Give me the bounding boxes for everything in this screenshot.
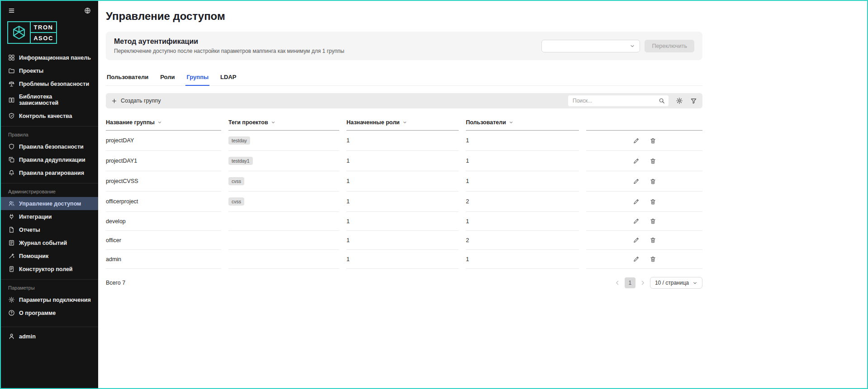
sidebar-item-response-rules[interactable]: Правила реагирования — [1, 166, 98, 179]
shield-icon — [8, 143, 15, 150]
cell-users-count: 1 — [466, 171, 579, 192]
sidebar-item-field-builder[interactable]: Конструктор полей — [1, 262, 98, 276]
person-icon — [8, 333, 15, 340]
table-row: officerproject cvss 1 2 — [106, 192, 702, 212]
globe-icon[interactable] — [84, 7, 91, 14]
sidebar-item-dashboard[interactable]: Информационная панель — [1, 51, 98, 64]
sidebar-item-access-management[interactable]: Управление доступом — [1, 197, 98, 210]
column-header-project-tags[interactable]: Теги проектов — [228, 117, 339, 131]
sidebar-item-label: Контроль качества — [19, 113, 72, 119]
cell-users-count: 1 — [466, 151, 579, 171]
auth-card-title: Метод аутентификации — [114, 37, 344, 46]
logo-wordmark: TRON ASOC — [31, 21, 57, 44]
switch-button[interactable]: Переключить — [645, 40, 694, 52]
edit-pencil-icon[interactable] — [633, 158, 640, 164]
table-footer: Всего 7 1 10 / страница — [106, 277, 702, 289]
cell-actions — [586, 171, 702, 192]
column-header-group-name[interactable]: Название группы — [106, 117, 221, 131]
table-row: projectDAY testday 1 1 — [106, 131, 702, 151]
column-header-assigned-roles[interactable]: Назначенные роли — [346, 117, 459, 131]
edit-pencil-icon[interactable] — [633, 256, 640, 262]
edit-pencil-icon[interactable] — [633, 198, 640, 205]
create-group-label: Создать группу — [121, 98, 161, 104]
settings-gear-icon[interactable] — [676, 97, 683, 104]
auth-card-subtitle: Переключение доступно после настройки па… — [114, 48, 344, 54]
sidebar-item-label: Параметры подключения — [19, 297, 91, 303]
delete-trash-icon[interactable] — [650, 256, 656, 262]
edit-pencil-icon[interactable] — [633, 178, 640, 185]
edit-pencil-icon[interactable] — [633, 237, 640, 244]
edit-pencil-icon[interactable] — [633, 137, 640, 144]
cell-group-name: projectDAY — [106, 131, 221, 151]
column-header-users[interactable]: Пользователи — [466, 117, 579, 131]
tab-roles[interactable]: Роли — [159, 70, 175, 85]
sort-chevron-icon[interactable] — [403, 120, 407, 125]
column-header-actions — [586, 117, 702, 131]
tabs: Пользователи Роли Группы LDAP — [106, 70, 702, 86]
list-icon — [8, 239, 15, 246]
prev-page-icon[interactable] — [615, 280, 620, 286]
edit-pencil-icon[interactable] — [633, 218, 640, 225]
sidebar: TRON ASOC Информационная панель Проекты … — [1, 1, 98, 388]
hamburger-menu-icon[interactable] — [8, 7, 15, 14]
cell-group-name: develop — [106, 212, 221, 231]
sidebar-item-security-rules[interactable]: Правила безопасности — [1, 140, 98, 153]
sidebar-item-label: Библиотека зависимостей — [19, 94, 91, 106]
cell-group-name: officer — [106, 231, 221, 250]
search-input[interactable] — [572, 97, 656, 104]
sidebar-item-event-log[interactable]: Журнал событий — [1, 236, 98, 249]
sidebar-item-label: О программе — [19, 310, 56, 316]
sidebar-item-assistant[interactable]: Помощник — [1, 249, 98, 262]
delete-trash-icon[interactable] — [650, 218, 656, 225]
cell-users-count: 1 — [466, 250, 579, 269]
next-page-icon[interactable] — [640, 280, 645, 286]
filter-icon[interactable] — [690, 98, 697, 104]
tab-groups[interactable]: Группы — [185, 70, 209, 86]
pagination: 1 10 / страница — [615, 277, 702, 289]
users-icon — [8, 200, 15, 207]
total-count: Всего 7 — [106, 280, 125, 286]
create-group-button[interactable]: Создать группу — [111, 98, 161, 104]
sort-chevron-icon[interactable] — [271, 120, 275, 125]
main-content: Управление доступом Метод аутентификации… — [98, 1, 867, 388]
delete-trash-icon[interactable] — [650, 158, 656, 164]
cell-project-tags: cvss — [228, 171, 339, 192]
scales-icon — [8, 80, 15, 87]
dashboard-icon — [8, 54, 15, 61]
delete-trash-icon[interactable] — [650, 178, 656, 185]
logo-line2: ASOC — [31, 33, 56, 43]
sidebar-item-security-issues[interactable]: Проблемы безопасности — [1, 77, 98, 90]
delete-trash-icon[interactable] — [650, 198, 656, 205]
sort-chevron-icon[interactable] — [157, 120, 162, 125]
sidebar-item-dedup-rules[interactable]: Правила дедупликации — [1, 153, 98, 166]
section-title: Правила — [1, 130, 98, 140]
sort-chevron-icon[interactable] — [509, 120, 513, 125]
sidebar-section-parameters: Параметры Параметры подключения О програ… — [1, 279, 98, 319]
sidebar-item-reports[interactable]: Отчеты — [1, 223, 98, 236]
sidebar-item-dependency-library[interactable]: Библиотека зависимостей — [1, 90, 98, 109]
sidebar-item-integrations[interactable]: Интеграции — [1, 210, 98, 223]
project-tag: cvss — [228, 197, 244, 206]
search-icon[interactable] — [659, 98, 665, 104]
cell-project-tags: testday — [228, 131, 339, 151]
sidebar-item-connection-params[interactable]: Параметры подключения — [1, 293, 98, 306]
sidebar-item-projects[interactable]: Проекты — [1, 64, 98, 77]
delete-trash-icon[interactable] — [650, 237, 656, 244]
tab-users[interactable]: Пользователи — [106, 70, 149, 85]
cell-roles-count: 1 — [346, 192, 459, 212]
project-tag: cvss — [228, 177, 244, 185]
sidebar-user[interactable]: admin — [1, 327, 98, 346]
tab-ldap[interactable]: LDAP — [219, 70, 237, 85]
delete-trash-icon[interactable] — [650, 137, 656, 144]
cell-roles-count: 1 — [346, 212, 459, 231]
table-header-row: Название группы Теги проектов Назначенны… — [106, 117, 702, 131]
shield-check-icon — [8, 112, 15, 119]
auth-card-text: Метод аутентификации Переключение доступ… — [114, 37, 344, 54]
sidebar-item-label: Правила реагирования — [19, 170, 84, 176]
page-size-select[interactable]: 10 / страница — [650, 277, 702, 289]
table-row: develop 1 1 — [106, 212, 702, 231]
auth-method-select[interactable] — [541, 40, 640, 52]
sidebar-item-about[interactable]: О программе — [1, 306, 98, 319]
sidebar-item-quality-control[interactable]: Контроль качества — [1, 109, 98, 122]
page-number[interactable]: 1 — [625, 277, 636, 288]
